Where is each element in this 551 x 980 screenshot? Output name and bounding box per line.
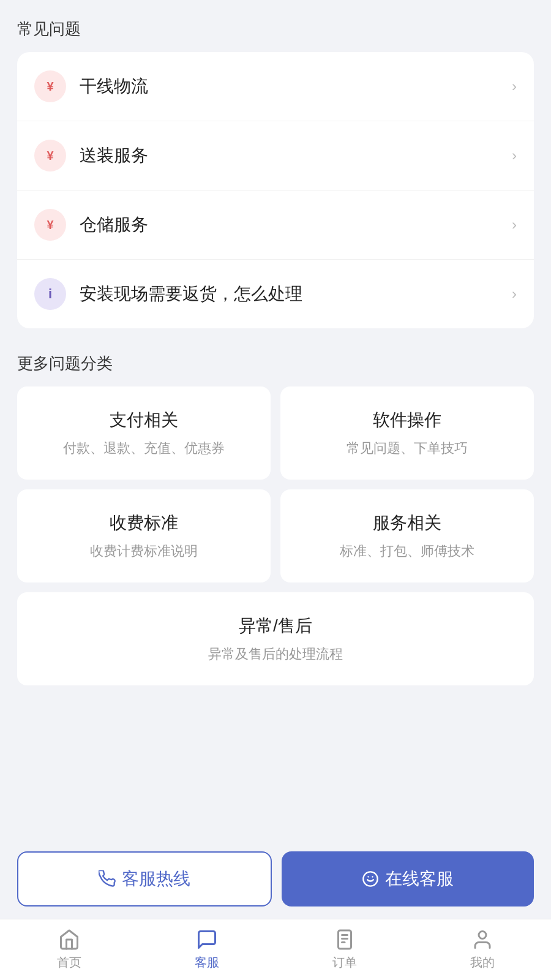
nav-label-service: 客服: [195, 954, 219, 971]
faq-item-1[interactable]: ¥ 干线物流 ›: [17, 52, 534, 121]
category-title-fees: 收费标准: [34, 511, 253, 535]
faq-label-2: 送装服务: [80, 144, 512, 167]
nav-label-home: 首页: [57, 954, 81, 971]
category-card-payment[interactable]: 支付相关 付款、退款、充值、优惠券: [17, 386, 271, 480]
hotline-button[interactable]: 客服热线: [17, 851, 272, 907]
chevron-icon-4: ›: [512, 285, 517, 303]
nav-item-mine[interactable]: 我的: [413, 919, 551, 980]
faq-icon-1: ¥: [34, 70, 66, 102]
home-icon: [58, 929, 80, 951]
order-icon: [334, 929, 356, 951]
faq-item-4[interactable]: i 安装现场需要返货，怎么处理 ›: [17, 260, 534, 328]
chevron-icon-1: ›: [512, 78, 517, 95]
chevron-icon-2: ›: [512, 147, 517, 164]
mine-icon: [471, 929, 493, 951]
category-title-software: 软件操作: [298, 409, 517, 432]
online-service-button[interactable]: 在线客服: [282, 851, 534, 907]
category-desc-aftersale: 异常及售后的处理流程: [34, 645, 517, 663]
bottom-buttons: 客服热线 在线客服: [0, 839, 551, 919]
category-card-aftersale[interactable]: 异常/售后 异常及售后的处理流程: [17, 592, 534, 685]
chat-icon: [362, 870, 379, 888]
page-content: 常见问题 ¥ 干线物流 › ¥ 送装服务 › ¥ 仓储服务 › i: [0, 0, 551, 980]
faq-item-2[interactable]: ¥ 送装服务 ›: [17, 121, 534, 190]
category-desc-fees: 收费计费标准说明: [34, 542, 253, 560]
faq-icon-4: i: [34, 278, 66, 310]
faq-section-title: 常见问题: [17, 18, 534, 40]
phone-icon: [99, 870, 116, 888]
hotline-label: 客服热线: [122, 867, 190, 891]
service-icon: [196, 929, 218, 951]
nav-item-home[interactable]: 首页: [0, 919, 138, 980]
online-label: 在线客服: [385, 867, 454, 891]
bottom-nav: 首页 客服 订单 我的: [0, 919, 551, 980]
chevron-icon-3: ›: [512, 216, 517, 233]
svg-point-7: [479, 932, 486, 939]
category-desc-software: 常见问题、下单技巧: [298, 439, 517, 458]
faq-label-1: 干线物流: [80, 75, 512, 98]
category-card-service[interactable]: 服务相关 标准、打包、师傅技术: [280, 489, 534, 582]
category-card-fees[interactable]: 收费标准 收费计费标准说明: [17, 489, 271, 582]
nav-label-mine: 我的: [470, 954, 495, 971]
faq-icon-3: ¥: [34, 209, 66, 241]
faq-card: ¥ 干线物流 › ¥ 送装服务 › ¥ 仓储服务 › i 安装现场需要返货，怎么…: [17, 52, 534, 328]
category-card-software[interactable]: 软件操作 常见问题、下单技巧: [280, 386, 534, 480]
categories-section-title: 更多问题分类: [17, 353, 534, 374]
category-title-service: 服务相关: [298, 511, 517, 535]
nav-label-order: 订单: [332, 954, 357, 971]
svg-point-0: [363, 872, 377, 886]
category-title-payment: 支付相关: [34, 409, 253, 432]
faq-label-3: 仓储服务: [80, 213, 512, 236]
categories-grid: 支付相关 付款、退款、充值、优惠券 软件操作 常见问题、下单技巧 收费标准 收费…: [17, 386, 534, 685]
faq-icon-2: ¥: [34, 140, 66, 172]
category-desc-payment: 付款、退款、充值、优惠券: [34, 439, 253, 458]
nav-item-order[interactable]: 订单: [276, 919, 413, 980]
category-desc-service: 标准、打包、师傅技术: [298, 542, 517, 560]
faq-label-4: 安装现场需要返货，怎么处理: [80, 282, 512, 306]
category-title-aftersale: 异常/售后: [34, 614, 517, 638]
faq-item-3[interactable]: ¥ 仓储服务 ›: [17, 190, 534, 260]
nav-item-service[interactable]: 客服: [138, 919, 276, 980]
